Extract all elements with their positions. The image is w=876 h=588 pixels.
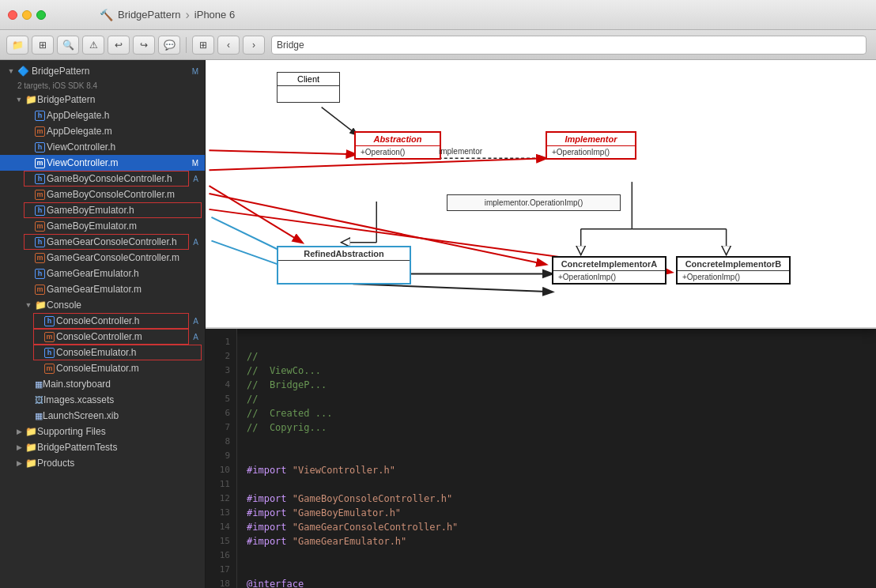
uml-operation-imp: +OperationImp() — [552, 148, 630, 156]
svg-line-17 — [353, 284, 552, 292]
file-type-icon: m — [35, 158, 45, 168]
file-type-icon: m — [44, 332, 55, 342]
layout-button[interactable]: ⊞ — [192, 36, 214, 55]
file-type-icon: h — [44, 348, 55, 358]
sidebar-item-viewcontroller-h[interactable]: h ViewController.h — [0, 139, 205, 155]
sidebar-item-appdelegate-h[interactable]: h AppDelegate.h — [0, 107, 205, 123]
group-label: BridgePatternTests — [37, 442, 202, 453]
toolbar: 📁 ⊞ 🔍 ⚠ ↩ ↪ 💬 ⊞ ‹ › Bridge — [0, 30, 876, 60]
file-type-icon: h — [44, 316, 55, 326]
minimize-button[interactable] — [22, 10, 32, 20]
uml-client-label: Client — [278, 73, 339, 86]
sidebar-item-gamegearemulator-m[interactable]: m GameGearEmulator.m — [0, 281, 205, 297]
breadcrumb[interactable]: Bridge — [271, 36, 867, 55]
file-type-icon: m — [35, 126, 45, 137]
sidebar-item-images-xcassets[interactable]: 🖼 Images.xcassets — [0, 392, 205, 408]
sidebar[interactable]: ▼ 🔷 BridgePattern M 2 targets, iOS SDK 8… — [0, 60, 206, 588]
line-num: 17 — [206, 563, 236, 577]
sidebar-item-gameboyemulator-h[interactable]: h GameBoyEmulator.h — [0, 202, 205, 218]
line-num: 12 — [206, 492, 236, 506]
comment-button[interactable]: 💬 — [158, 36, 180, 55]
sidebar-item-appdelegate-m[interactable]: m AppDelegate.m — [0, 123, 205, 139]
uml-middle-body: implementor.OperationImp() — [447, 195, 620, 210]
sidebar-item-launchscreen-xib[interactable]: ▦ LaunchScreen.xib — [0, 408, 205, 424]
uml-concrete-a-op: +OperationImp() — [558, 273, 660, 281]
line-num: 13 — [206, 506, 236, 520]
sidebar-item-gameboyconsolecontroller-h[interactable]: h GameBoyConsoleController.h A — [0, 171, 205, 187]
file-type-icon: h — [35, 174, 45, 184]
sidebar-item-consolecontroller-h[interactable]: h ConsoleController.h A — [0, 313, 205, 329]
warning-button[interactable]: ⚠ — [82, 36, 104, 55]
file-label: ConsoleController.h — [56, 315, 193, 326]
sidebar-item-products[interactable]: ▶ 📁 Products — [0, 455, 205, 471]
folder-icon: 📁 — [25, 94, 37, 105]
sidebar-item-consoleemulator-m[interactable]: m ConsoleEmulator.m — [0, 360, 205, 376]
root-subtitle: 2 targets, iOS SDK 8.4 — [0, 79, 205, 92]
new-file-button[interactable]: 📁 — [6, 36, 28, 55]
uml-implementor-body: +OperationImp() — [547, 146, 635, 158]
close-button[interactable] — [8, 10, 17, 20]
uml-concrete-b-op: +OperationImp() — [682, 273, 784, 281]
sidebar-item-console-group[interactable]: ▼ 📁 Console — [0, 297, 205, 313]
maximize-button[interactable] — [36, 10, 46, 20]
sidebar-item-viewcontroller-m[interactable]: m ViewController.m M — [0, 155, 205, 171]
group-label: Products — [37, 458, 202, 469]
sidebar-item-supporting-files[interactable]: ▶ 📁 Supporting Files — [0, 424, 205, 439]
forward-button[interactable]: › — [243, 36, 265, 55]
folder-icon: 📁 — [25, 458, 37, 469]
search-button[interactable]: 🔍 — [57, 36, 79, 55]
file-type-icon: m — [44, 364, 55, 374]
back-button[interactable]: ‹ — [217, 36, 240, 55]
code-content[interactable]: // // ViewCo... // BridgeP... // // Crea… — [237, 329, 876, 588]
group-label: Supporting Files — [37, 426, 202, 437]
toolbar-divider — [186, 37, 187, 53]
app-icon: 🔨 — [100, 9, 113, 21]
device-name: iPhone 6 — [194, 9, 235, 21]
uml-refined-label: RefinedAbstraction — [278, 247, 410, 261]
line-num: 10 — [206, 463, 236, 477]
sidebar-item-main-storyboard[interactable]: ▦ Main.storyboard — [0, 376, 205, 392]
traffic-lights — [8, 10, 46, 20]
file-label: ViewController.m — [47, 157, 192, 168]
titlebar-separator: › — [186, 8, 190, 22]
sidebar-item-consoleemulator-h[interactable]: h ConsoleEmulator.h — [0, 345, 205, 360]
titlebar-center: 🔨 BridgePattern › iPhone 6 — [100, 8, 235, 22]
file-label: ConsoleController.m — [56, 331, 193, 342]
sidebar-root[interactable]: ▼ 🔷 BridgePattern M — [0, 63, 205, 79]
file-type-icon: h — [35, 205, 45, 216]
sidebar-item-consolecontroller-m[interactable]: m ConsoleController.m A — [0, 329, 205, 345]
uml-refined-body — [278, 261, 410, 283]
uml-abstraction-box: Abstraction +Operation() — [354, 131, 441, 160]
uml-abstraction-body: +Operation() — [356, 146, 440, 158]
file-badge: M — [192, 159, 202, 168]
file-label: GameBoyConsoleController.m — [47, 189, 202, 200]
line-num: 6 — [206, 406, 236, 420]
uml-implementor-box: Implementor +OperationImp() — [546, 131, 636, 160]
uml-concrete-a-box: ConcreteImplementorA +OperationImp() — [552, 256, 666, 285]
undo-button[interactable]: ↩ — [108, 36, 130, 55]
file-type-icon: m — [35, 190, 45, 200]
uml-concrete-b-label: ConcreteImplementorB — [678, 258, 789, 271]
folder-icon: 📁 — [35, 300, 47, 311]
sidebar-item-bridgepattern-group[interactable]: ▼ 📁 BridgePattern — [0, 92, 205, 107]
file-badge: A — [193, 317, 202, 326]
app-name: BridgePattern — [118, 9, 181, 21]
file-label: ConsoleEmulator.h — [56, 347, 202, 358]
sidebar-group-label: BridgePattern — [37, 94, 202, 105]
uml-concrete-b-box: ConcreteImplementorB +OperationImp() — [676, 256, 791, 285]
sidebar-item-gamegearconsolecontroller-m[interactable]: m GameGearConsoleController.m — [0, 250, 205, 266]
add-button[interactable]: ⊞ — [32, 36, 54, 55]
sidebar-item-gamegearemulator-h[interactable]: h GameGearEmulator.h — [0, 266, 205, 281]
uml-operation: +Operation() — [361, 148, 435, 156]
uml-client-box: Client — [277, 72, 340, 103]
line-num: 3 — [206, 364, 236, 378]
sidebar-item-gameboyconsolecontroller-m[interactable]: m GameBoyConsoleController.m — [0, 187, 205, 202]
code-editor[interactable]: 1 2 3 4 5 6 7 8 9 10 11 12 13 14 15 16 1… — [206, 329, 876, 588]
uml-concrete-b-body: +OperationImp() — [678, 271, 789, 283]
file-label: GameGearConsoleController.h — [47, 236, 193, 247]
sidebar-item-gamegearconsolecontroller-h[interactable]: h GameGearConsoleController.h A — [0, 234, 205, 250]
sidebar-item-bridgepattern-tests[interactable]: ▶ 📁 BridgePatternTests — [0, 439, 205, 455]
redo-button[interactable]: ↪ — [133, 36, 155, 55]
file-badge: A — [193, 238, 202, 247]
sidebar-item-gameboyemulator-m[interactable]: m GameBoyEmulator.m — [0, 218, 205, 234]
